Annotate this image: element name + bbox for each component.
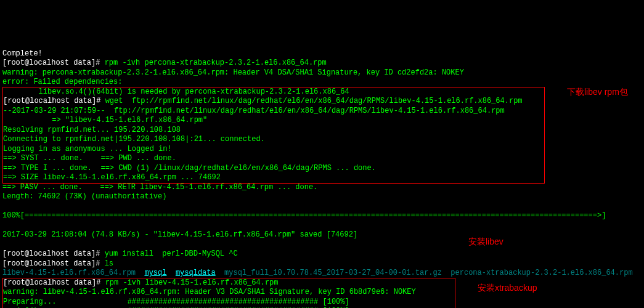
ls-file: libev-4.15-1.el6.rf.x86_64.rpm: [2, 269, 136, 277]
saved-line: 2017-03-29 21:08:04 (74.8 KB/s) - "libev…: [2, 230, 357, 239]
dep-line: libev.so.4()(64bit) is needed by percona…: [3, 87, 349, 96]
command: ls: [100, 259, 113, 268]
prompt: [root@localhost data]#: [2, 259, 100, 268]
warning-line: warning: libev-4.15-1.el6.rf.x86_64.rpm:…: [3, 288, 416, 296]
annotation-download: 下载libev rpm包: [567, 87, 628, 97]
command: rpm -ivh libev-4.15-1.el6.rf.x86_64.rpm: [100, 278, 278, 287]
terminal-output: Complete! [root@localhost data]# rpm -iv…: [0, 38, 644, 308]
progress-bar: 100%[===================================…: [2, 211, 606, 220]
connect-line: Connecting to rpmfind.net|195.220.108.10…: [3, 135, 265, 144]
warning-line: warning: percona-xtrabackup-2.3.2-1.el6.…: [2, 68, 464, 77]
prompt: [root@localhost data]#: [2, 59, 100, 67]
syst-line: ==> SYST ... done. ==> PWD ... done.: [3, 154, 176, 163]
error-line: error: Failed dependencies:: [2, 78, 122, 86]
prompt: [root@localhost data]#: [3, 278, 100, 287]
prompt: [root@localhost data]#: [3, 97, 100, 105]
prompt: [root@localhost data]#: [2, 249, 100, 258]
size-line: ==> SIZE libev-4.15-1.el6.rf.x86_64.rpm …: [3, 173, 221, 182]
length-line: Length: 74692 (73K) (unauthoritative): [2, 192, 166, 201]
command: rpm -ivh percona-xtrabackup-2.3.2-1.el6.…: [100, 59, 326, 67]
download-section-box: libev.so.4()(64bit) is needed by percona…: [2, 87, 545, 184]
timestamp-line: --2017-03-29 21:07:59-- ftp://rpmfind.ne…: [3, 107, 505, 115]
annotation-install-libev: 安装libev: [468, 237, 503, 247]
resolve-line: Resolving rpmfind.net... 195.220.108.108: [3, 126, 181, 134]
ls-file: mysql_full_10.70.78.45_2017-03-27_04-00-…: [224, 269, 442, 277]
arrow-line: => "libev-4.15-1.el6.rf.x86_64.rpm": [3, 116, 207, 124]
ls-dir: mysql: [144, 269, 166, 277]
pasv-line: ==> PASV ... done. ==> RETR libev-4.15-1…: [2, 183, 317, 192]
login-line: Logging in as anonymous ... Logged in!: [3, 145, 172, 153]
preparing-line: Preparing... ###########################…: [3, 298, 349, 306]
command: yum install perl-DBD-MySQL ^C: [100, 249, 237, 258]
complete-msg: Complete!: [2, 49, 43, 58]
annotation-install-xtrabackup: 安装xtrabackup: [478, 283, 537, 293]
ls-dir: mysqldata: [176, 269, 216, 277]
ls-file: percona-xtrabackup-2.3.2-1.el6.x86_64.rp…: [450, 269, 632, 277]
type-line: ==> TYPE I ... done. ==> CWD (1) /linux/…: [3, 164, 376, 172]
command: wget ftp://rpmfind.net/linux/dag/redhat/…: [100, 97, 522, 105]
install-libev-box: [root@localhost data]# rpm -ivh libev-4.…: [2, 278, 455, 309]
